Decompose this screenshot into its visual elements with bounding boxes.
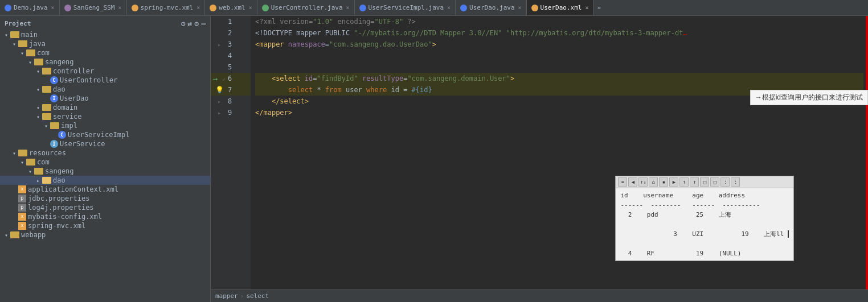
minimize-icon[interactable]: — bbox=[201, 19, 206, 28]
tree-item-sangeng[interactable]: ▾ sangeng bbox=[0, 57, 210, 67]
folder-icon bbox=[10, 31, 19, 38]
db-btn-2[interactable]: ◀ bbox=[628, 177, 637, 187]
tree-item-controller[interactable]: ▾ controller bbox=[0, 67, 210, 76]
tab-icon-controller bbox=[262, 5, 269, 11]
tree-item-mybatis[interactable]: x mybatis-config.xml bbox=[0, 212, 210, 221]
tree-arrow: ▾ bbox=[10, 150, 18, 156]
props-file-icon: p bbox=[18, 195, 26, 202]
db-toolbar: ≡ ◀ ↑↓ ⌂ ▪ ▶ ↑ ↑ □ □ ⋮ ⋮ bbox=[616, 176, 793, 188]
code-line-1: <?xml version="1.0" encoding="UTF-8" ?> bbox=[255, 16, 863, 27]
line-indicator-7: 💡 bbox=[211, 86, 228, 94]
tab-spring-mvc-xml[interactable]: spring-mvc.xml × bbox=[127, 0, 206, 15]
right-scrollbar-marker bbox=[866, 16, 868, 289]
folder-icon bbox=[42, 86, 51, 93]
line-indicator-8: ▸ bbox=[211, 97, 228, 105]
tree-item-main[interactable]: ▾ main bbox=[0, 30, 210, 39]
db-btn-9[interactable]: □ bbox=[700, 177, 709, 187]
db-btn-7[interactable]: ↑ bbox=[679, 177, 689, 187]
text-cursor bbox=[784, 230, 789, 238]
folder-icon bbox=[42, 113, 51, 120]
editor-area: 1 2 ▸ 3 4 bbox=[211, 16, 868, 302]
tree-item-jdbc[interactable]: p jdbc.properties bbox=[0, 194, 210, 203]
db-btn-3[interactable]: ↑↓ bbox=[638, 177, 648, 187]
tab-icon-spring bbox=[132, 5, 138, 11]
tab-icon-xml bbox=[531, 5, 538, 11]
tree-item-resources[interactable]: ▾ resources bbox=[0, 148, 210, 158]
tree-item-log4j[interactable]: p log4j.properties bbox=[0, 203, 210, 212]
tab-demo-java[interactable]: Demo.java × bbox=[0, 0, 60, 15]
db-btn-10[interactable]: □ bbox=[710, 177, 719, 187]
tree-item-res-sangeng[interactable]: ▾ sangeng bbox=[0, 167, 210, 176]
java-file-icon: C bbox=[50, 76, 58, 84]
db-btn-4[interactable]: ⌂ bbox=[649, 177, 658, 187]
folder-icon bbox=[34, 59, 43, 65]
folder-icon-selected bbox=[42, 177, 51, 184]
xml-file-icon: x bbox=[18, 185, 26, 193]
tree-arrow: ▾ bbox=[34, 86, 42, 93]
tree-item-webapp[interactable]: ▾ webapp bbox=[0, 230, 210, 239]
folder-icon bbox=[50, 122, 59, 129]
tree-arrow: ▾ bbox=[34, 114, 42, 120]
tab-usercontroller[interactable]: UserController.java × bbox=[257, 0, 355, 15]
tree-arrow: ▾ bbox=[34, 68, 42, 75]
db-btn-12[interactable]: ⋮ bbox=[731, 177, 740, 187]
tab-sangeng-ssm[interactable]: SanGeng_SSM × bbox=[60, 0, 127, 15]
tree-item-dao[interactable]: ▾ dao bbox=[0, 85, 210, 94]
settings-icon[interactable]: ⚙ bbox=[194, 19, 199, 28]
db-data-row-3: 4 RF 19 (NULL) bbox=[620, 249, 789, 258]
java-file-icon: C bbox=[58, 131, 66, 139]
folder-icon bbox=[42, 68, 51, 75]
tree-item-java[interactable]: ▾ java bbox=[0, 39, 210, 48]
gutter-line-1: 1 bbox=[211, 16, 251, 27]
gutter-line-5: 5 bbox=[211, 61, 251, 73]
tree-item-userservice[interactable]: I UserService bbox=[0, 139, 210, 148]
line-indicator-6: → ✓ bbox=[211, 74, 228, 83]
tree-item-springmvc[interactable]: x spring-mvc.xml bbox=[0, 221, 210, 230]
sync-icon[interactable]: ⇄ bbox=[188, 19, 193, 28]
folder-icon bbox=[18, 150, 27, 156]
db-btn-1[interactable]: ≡ bbox=[618, 177, 627, 187]
line-number-4: 4 bbox=[228, 50, 235, 61]
tab-overflow[interactable]: » bbox=[593, 0, 604, 15]
tree-item-userdao[interactable]: I UserDao bbox=[0, 94, 210, 103]
tree-item-domain[interactable]: ▾ domain bbox=[0, 103, 210, 112]
db-btn-8[interactable]: ↑ bbox=[690, 177, 699, 187]
code-line-3: <mapper namespace="com.sangeng.dao.UserD… bbox=[255, 39, 863, 50]
tree-item-service[interactable]: ▾ service bbox=[0, 112, 210, 121]
debug-arrow-icon: → bbox=[213, 74, 218, 83]
gear-icon[interactable]: ⚙ bbox=[181, 19, 186, 28]
tree-item-res-com[interactable]: ▾ com bbox=[0, 158, 210, 167]
line-number-2: 2 bbox=[228, 27, 235, 39]
db-result-popup: ≡ ◀ ↑↓ ⌂ ▪ ▶ ↑ ↑ □ □ ⋮ ⋮ id username age… bbox=[615, 176, 794, 261]
tab-userserviceimpl[interactable]: UserServiceImpl.java × bbox=[355, 0, 456, 15]
tab-userdao-java[interactable]: UserDao.java × bbox=[456, 0, 527, 15]
tree-item-res-dao[interactable]: ▸ dao bbox=[0, 176, 210, 185]
props-file-icon: p bbox=[18, 204, 26, 212]
db-btn-5[interactable]: ▪ bbox=[659, 177, 668, 187]
sidebar-header-icons: ⚙ ⇄ ⚙ — bbox=[181, 19, 206, 28]
code-line-4 bbox=[255, 50, 863, 61]
breadcrumb-mapper: mapper bbox=[215, 292, 238, 300]
db-data-row-1: 2 pdd 25 上海 bbox=[620, 210, 789, 220]
tab-web-xml[interactable]: web.xml × bbox=[205, 0, 257, 15]
tab-userdao-xml[interactable]: UserDao.xml × bbox=[527, 0, 594, 15]
tree-item-com[interactable]: ▾ com bbox=[0, 48, 210, 57]
tree-item-usercontroller[interactable]: C UserController bbox=[0, 76, 210, 85]
code-line-9: </mapper> bbox=[255, 107, 863, 118]
line-number-9: 9 bbox=[228, 107, 235, 118]
tree-item-userserviceimpl[interactable]: C UserServiceImpl bbox=[0, 130, 210, 139]
code-line-5 bbox=[255, 61, 863, 73]
line-number-1: 1 bbox=[228, 16, 235, 27]
line-number-3: 3 bbox=[228, 39, 235, 50]
db-btn-6[interactable]: ▶ bbox=[669, 177, 678, 187]
db-btn-11[interactable]: ⋮ bbox=[720, 177, 730, 187]
tab-icon-web bbox=[210, 5, 216, 11]
tree-item-appcontext[interactable]: x applicationContext.xml bbox=[0, 185, 210, 194]
line-number-6: 6 bbox=[228, 73, 235, 84]
line-indicator-3: ▸ bbox=[211, 40, 228, 48]
tree-arrow: ▾ bbox=[26, 168, 34, 175]
line-number-7: 7 bbox=[228, 84, 235, 96]
gutter-line-7: 💡 7 bbox=[211, 84, 251, 96]
tree-item-impl[interactable]: ▾ impl bbox=[0, 121, 210, 130]
folder-icon bbox=[26, 49, 35, 56]
